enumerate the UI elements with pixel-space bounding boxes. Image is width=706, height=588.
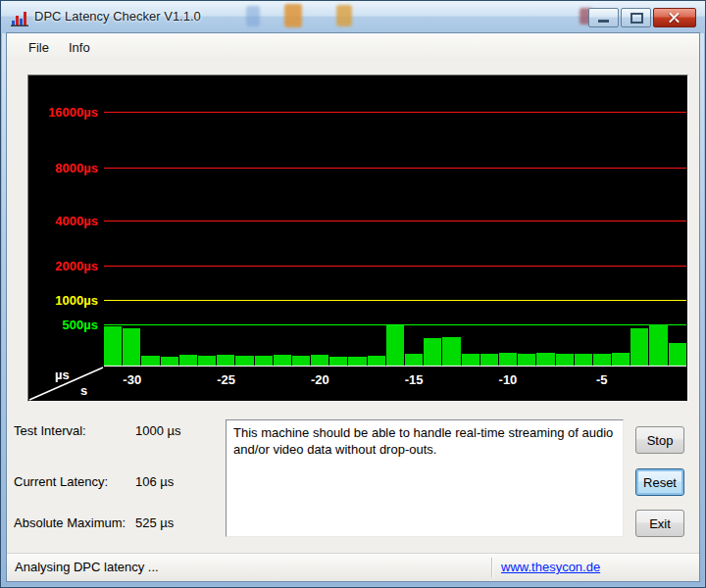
- absolute-maximum-row: Absolute Maximum: 525 µs: [14, 515, 222, 530]
- minimize-button[interactable]: [588, 8, 619, 27]
- y-axis-labels: 16000µs8000µs4000µs2000µs1000µs500µs: [28, 75, 102, 367]
- x-tick-label: -25: [217, 372, 235, 387]
- window-title: DPC Latency Checker V1.1.0: [34, 9, 201, 24]
- axis-corner: µs s: [28, 367, 104, 401]
- reset-button[interactable]: Reset: [635, 468, 684, 496]
- plot-area: [104, 75, 686, 367]
- y-axis-label: 1000µs: [55, 293, 98, 309]
- x-tick-label: -15: [405, 372, 424, 387]
- status-text: Analysing DPC latency ...: [15, 560, 159, 574]
- latency-chart: 16000µs8000µs4000µs2000µs1000µs500µs -30…: [27, 74, 688, 402]
- current-latency-row: Current Latency: 106 µs: [14, 474, 222, 489]
- latency-bar: [630, 328, 648, 367]
- menu-info[interactable]: Info: [59, 36, 100, 59]
- bars: [104, 75, 686, 367]
- dpc-latency-checker-window: DPC Latency Checker V1.1.0 File Info 160…: [0, 0, 706, 588]
- status-divider: [491, 558, 492, 577]
- stop-button[interactable]: Stop: [635, 426, 684, 454]
- latency-bar: [123, 328, 140, 367]
- x-axis: -30-25-20-15-10-5: [104, 366, 686, 401]
- latency-bar: [424, 338, 441, 367]
- absolute-maximum-label: Absolute Maximum:: [14, 515, 135, 530]
- glass-reflection: [284, 4, 302, 27]
- x-tick-label: -20: [311, 372, 329, 387]
- glass-reflection: [246, 6, 260, 26]
- x-unit-label: s: [80, 383, 87, 398]
- glass-reflection: [336, 5, 352, 26]
- y-axis-label: 8000µs: [55, 161, 98, 176]
- maximize-button[interactable]: [621, 8, 651, 27]
- x-tick-label: -5: [596, 372, 608, 387]
- latency-bar: [612, 353, 630, 367]
- absolute-maximum-value: 525 µs: [135, 515, 174, 530]
- test-interval-label: Test Interval:: [14, 423, 135, 438]
- y-unit-label: µs: [55, 368, 70, 382]
- latency-bar: [104, 326, 122, 367]
- y-axis-label: 500µs: [63, 318, 98, 333]
- y-axis-label: 2000µs: [55, 259, 98, 274]
- y-axis-label: 4000µs: [55, 214, 98, 229]
- current-latency-value: 106 µs: [135, 474, 174, 489]
- menu-file[interactable]: File: [19, 36, 59, 59]
- result-message-box: This machine should be able to handle re…: [226, 419, 624, 537]
- current-latency-label: Current Latency:: [14, 474, 135, 489]
- app-icon: [11, 9, 28, 26]
- minimize-icon: [598, 20, 609, 23]
- window-controls: [588, 8, 696, 27]
- latency-bar: [536, 353, 554, 367]
- close-button[interactable]: [653, 8, 696, 27]
- y-axis-label: 16000µs: [48, 105, 98, 121]
- thesycon-link[interactable]: www.thesycon.de: [501, 560, 600, 574]
- title-bar[interactable]: DPC Latency Checker V1.1.0: [1, 1, 705, 33]
- latency-bar: [442, 337, 460, 367]
- latency-bar: [649, 324, 667, 367]
- status-bar: Analysing DPC latency ... www.thesycon.d…: [7, 553, 699, 581]
- exit-button[interactable]: Exit: [635, 510, 684, 537]
- menu-bar: File Info: [7, 33, 699, 61]
- test-interval-row: Test Interval: 1000 µs: [14, 423, 222, 438]
- x-tick-label: -10: [499, 372, 518, 387]
- maximize-icon: [630, 13, 643, 24]
- x-tick-label: -30: [123, 372, 141, 387]
- test-interval-value: 1000 µs: [135, 423, 181, 438]
- latency-bar: [499, 353, 517, 367]
- latency-bar: [669, 343, 686, 367]
- latency-bar: [386, 325, 404, 367]
